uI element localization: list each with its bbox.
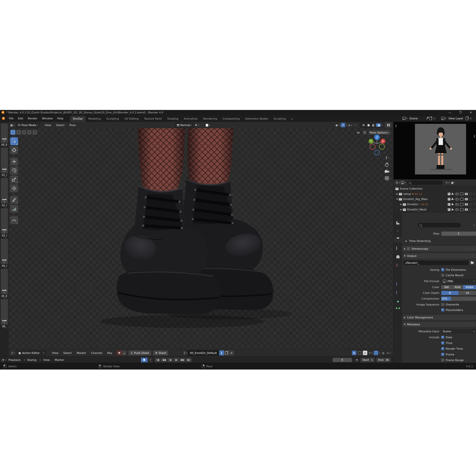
stash-button[interactable]: ❄Stash [153, 350, 168, 355]
menu-render[interactable]: Render [26, 117, 40, 120]
ae-menu-marker[interactable]: Marker [74, 351, 89, 355]
transform-orientation-dropdown[interactable]: ⬒ Normal▾ [175, 122, 194, 128]
hide-icon[interactable] [455, 198, 459, 201]
selectable-icon[interactable] [451, 203, 454, 206]
view-layer-selector[interactable]: ▾ View Layer × [440, 116, 474, 121]
timeline-editor-icon[interactable]: ◔▾ [1, 358, 6, 362]
xray-icon[interactable]: ☐ [353, 123, 358, 127]
metadata-input-dropdown[interactable]: Scene▾ [441, 329, 476, 334]
hide-icon[interactable] [455, 208, 459, 211]
snap-target-icon[interactable]: ❖▾ [195, 123, 199, 127]
action-thumb[interactable]: ◆▪◆◇ [1, 178, 8, 204]
output-panel-header[interactable]: ▼Output:::: [403, 253, 476, 259]
tab-uv-editing[interactable]: UV Editing [122, 116, 141, 122]
editor-type-dopesheet-icon[interactable]: ⣿▾ [11, 351, 15, 355]
ae-menu-key[interactable]: Key [105, 351, 115, 355]
push-down-button[interactable]: ↧Push Down [129, 350, 151, 355]
outliner-row-emogirl[interactable]: ▶ EmoGirl ⌐10 22 ↗ [394, 202, 476, 207]
fake-user-icon[interactable]: ∥ [219, 350, 224, 355]
holdout-icon[interactable] [469, 208, 472, 211]
close-button[interactable]: ✕ [466, 111, 476, 114]
tab-texture-paint[interactable]: Texture Paint [141, 116, 165, 122]
tab-armature-data-icon[interactable] [394, 307, 402, 312]
render-time-checkbox[interactable] [441, 347, 444, 350]
tab-animation[interactable]: Animation [181, 116, 201, 122]
outliner-row-setup[interactable]: ▶ setup ▼ ⛭4 ⌻2 ↗ [394, 191, 476, 197]
time-stretching-row[interactable]: ▶ Time Stretching [402, 239, 476, 243]
mode-dropdown[interactable]: ☊ Pose Mode▾ [16, 122, 40, 128]
outliner-row-emogirl-mesh[interactable]: ▶ EmoGirl_Mesh ↗ [394, 207, 476, 212]
indirect-icon[interactable]: ↗ [473, 198, 475, 201]
action-thumb[interactable]: ◆▪◆◇ [1, 269, 8, 294]
next-keyframe-button[interactable]: ▶▶ [180, 358, 185, 362]
expand-icon[interactable]: ▶ [400, 208, 403, 211]
disable-render-icon[interactable] [465, 203, 468, 205]
new-collection-icon[interactable]: ▣⁺ [451, 180, 455, 185]
frame-range-checkbox[interactable] [441, 359, 444, 362]
unlink-action-icon[interactable]: × [229, 350, 234, 355]
tab-constraints-icon[interactable] [394, 281, 402, 286]
jump-to-end-button[interactable]: ▶| [186, 358, 192, 362]
action-thumb[interactable]: ◆▪◆◇ [1, 123, 8, 143]
auto-key-button[interactable] [141, 358, 147, 362]
panel-collapse-icon[interactable]: ❮ [474, 135, 476, 137]
disable-render-icon[interactable] [465, 198, 468, 200]
ae-menu-select[interactable]: Select [61, 351, 74, 355]
tab-sculpting[interactable]: Sculpting [103, 116, 122, 122]
tab-geometry-nodes[interactable]: Geometry Nodes [242, 116, 271, 122]
indirect-icon[interactable]: ↗ [473, 208, 475, 211]
view-layer-name[interactable]: View Layer [447, 117, 465, 120]
hide-icon[interactable] [455, 203, 459, 206]
hidden-channels-icon[interactable] [357, 351, 362, 355]
color-bw-button[interactable]: BW [441, 285, 452, 289]
menu-help[interactable]: Help [55, 117, 66, 120]
current-frame-field[interactable]: 5 [333, 358, 352, 362]
only-errors-icon[interactable]: ⚠ [363, 351, 367, 355]
menu-file[interactable]: File [7, 117, 16, 120]
scene-selector[interactable]: ▾ Scene × [401, 116, 438, 121]
properties-search-input[interactable] [418, 223, 461, 227]
snap-keys-icon[interactable]: ⌒ [374, 351, 378, 355]
checkbox-icon[interactable] [448, 198, 450, 201]
tab-tool-icon[interactable] [394, 220, 402, 225]
ae-menu-view[interactable]: View [49, 351, 61, 355]
tab-texture-icon[interactable] [394, 326, 402, 331]
minimize-button[interactable]: — [445, 111, 455, 114]
expand-icon[interactable]: ▶ [396, 193, 399, 195]
shading-rendered-icon[interactable]: ◑ [376, 123, 381, 127]
outliner-row-scene-collection[interactable]: Scene Collection [394, 186, 476, 191]
color-rgb-button[interactable]: RGB [452, 285, 463, 289]
holdout-icon[interactable] [469, 203, 472, 206]
file-extensions-checkbox[interactable] [441, 268, 444, 271]
menu-window[interactable]: Window [40, 117, 55, 120]
viewport-menu-select[interactable]: Select [54, 124, 67, 127]
hide-icon[interactable] [455, 193, 459, 195]
list-item[interactable]: ◆▪◆◇00_E [0, 123, 8, 146]
scene-name[interactable]: Scene [408, 117, 426, 120]
play-reverse-button[interactable]: ◀ [167, 358, 173, 362]
list-item[interactable]: ◆▪◆◇02_I [0, 178, 8, 207]
selectable-icon[interactable] [451, 192, 454, 195]
overwrite-checkbox[interactable] [441, 303, 444, 306]
tl-menu-keying[interactable]: Keying [25, 358, 39, 362]
tab-shading[interactable]: Shading [165, 116, 181, 122]
disable-viewport-icon[interactable] [460, 198, 464, 201]
action-thumb[interactable]: ◆▪◆◇ [1, 299, 8, 325]
action-thumb[interactable]: ◆▪◆◇ [1, 208, 8, 234]
filter-funnel-icon[interactable]: ▽▾ [445, 180, 450, 185]
viewport-3d[interactable]: ⋈ X Pose Options▾ [9, 128, 393, 349]
depth-8-button[interactable]: 8 [441, 291, 459, 295]
tab-compositing[interactable]: Compositing [220, 116, 242, 122]
tab-physics-icon[interactable] [394, 290, 402, 295]
placeholders-checkbox[interactable] [441, 308, 444, 311]
tab-animation-icon[interactable] [394, 298, 402, 303]
list-item[interactable]: ◆▪◆◇01_I [0, 148, 8, 176]
indirect-icon[interactable]: ↗ [473, 193, 475, 195]
depth-16-button[interactable]: 16 [459, 291, 476, 295]
disable-viewport-icon[interactable] [460, 193, 464, 195]
tab-output-icon[interactable] [394, 237, 402, 242]
metadata-panel-header[interactable]: ▼Metadata:::: [403, 322, 476, 327]
checkbox-icon[interactable] [448, 208, 450, 211]
proportional-edit-icon[interactable]: ◎ [381, 351, 385, 355]
holdout-icon[interactable] [469, 193, 472, 196]
